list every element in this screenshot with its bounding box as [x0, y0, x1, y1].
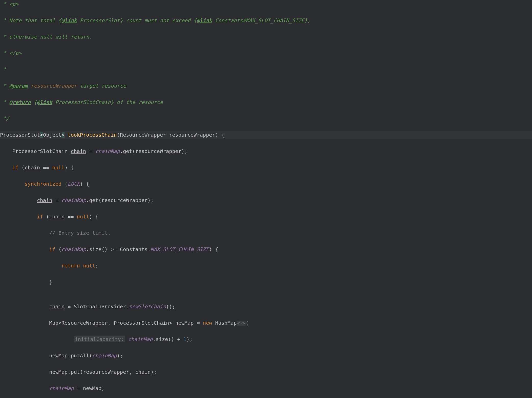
code-text: .size() >= Constants.: [86, 246, 151, 252]
local-var[interactable]: chain: [37, 197, 52, 203]
code-text: ) {: [65, 165, 74, 171]
code-text: = SlotChainProvider.: [65, 303, 129, 310]
javadoc-text: * otherwise null will return.: [0, 34, 92, 40]
indent: [0, 165, 12, 171]
field-ref[interactable]: chainMap: [92, 353, 117, 359]
code-line[interactable]: // Entry size limit.: [0, 229, 532, 237]
code-line[interactable]: newMap.putAll(chainMap);: [0, 352, 532, 360]
angle-bracket-highlight: >: [62, 132, 65, 138]
method-params: (ResourceWrapper resourceWrapper) {: [117, 132, 224, 138]
local-var[interactable]: chain: [71, 148, 86, 154]
brace: }: [0, 279, 52, 285]
return-type: ProcessorSlot: [0, 132, 40, 138]
keyword-null: null: [83, 263, 95, 269]
indent: [0, 197, 37, 203]
code-line[interactable]: if (chainMap.size() >= Constants.MAX_SLO…: [0, 245, 532, 253]
code-line[interactable]: * otherwise null will return.: [0, 33, 532, 41]
code-line[interactable]: * </p>: [0, 49, 532, 57]
constant[interactable]: LOCK: [68, 181, 80, 187]
parameter-hint: initialCapacity:: [74, 336, 125, 342]
code-text: Map<ResourceWrapper, ProcessorSlotChain>…: [0, 320, 203, 326]
code-line[interactable]: */: [0, 114, 532, 123]
code-text: ();: [166, 303, 175, 310]
javadoc-text: {: [31, 99, 37, 105]
code-line[interactable]: * @param resourceWrapper target resource: [0, 82, 532, 90]
code-line[interactable]: newMap.put(resourceWrapper, chain);: [0, 368, 532, 376]
code-line[interactable]: chain = chainMap.get(resourceWrapper);: [0, 196, 532, 204]
line-comment: // Entry size limit.: [49, 230, 111, 236]
javadoc-text: Constants#MAX_SLOT_CHAIN_SIZE},: [212, 17, 310, 24]
indent: [0, 303, 49, 310]
code-line[interactable]: synchronized (LOCK) {: [0, 180, 532, 188]
field-ref[interactable]: chainMap: [62, 197, 86, 203]
keyword-synchronized: synchronized: [25, 181, 62, 187]
javadoc-text: * Note that total {: [0, 17, 62, 24]
javadoc-text: * <p>: [0, 1, 18, 7]
static-method[interactable]: newSlotChain: [129, 303, 166, 310]
method-name[interactable]: lookProcessChain: [65, 132, 117, 138]
keyword-if: if: [12, 165, 18, 171]
code-line[interactable]: Map<ResourceWrapper, ProcessorSlotChain>…: [0, 319, 532, 327]
code-line[interactable]: chain = SlotChainProvider.newSlotChain()…: [0, 302, 532, 311]
code-text: ==: [65, 214, 77, 220]
code-text: .get(resourceWrapper);: [86, 197, 154, 203]
javadoc-tag-return[interactable]: @return: [9, 99, 31, 105]
field-ref[interactable]: chainMap: [62, 246, 86, 252]
code-editor[interactable]: * <p> * Note that total {@link Processor…: [0, 0, 532, 398]
indent: [0, 230, 49, 236]
javadoc-tag-param[interactable]: @param: [9, 83, 28, 89]
local-var[interactable]: chain: [25, 165, 40, 171]
keyword-return: return: [62, 263, 83, 269]
code-line[interactable]: *: [0, 65, 532, 74]
code-line[interactable]: if (chain == null) {: [0, 213, 532, 221]
code-text: =: [52, 197, 62, 203]
code-text: ==: [40, 165, 52, 171]
code-text: (: [246, 320, 249, 326]
indent: [0, 246, 49, 252]
javadoc-tag-link[interactable]: @link: [197, 17, 212, 24]
keyword-if: if: [49, 246, 55, 252]
code-line[interactable]: * Note that total {@link ProcessorSlot} …: [0, 16, 532, 25]
javadoc-param-name: resourceWrapper: [28, 83, 77, 89]
local-var[interactable]: chain: [135, 369, 151, 375]
code-line[interactable]: ProcessorSlotChain chain = chainMap.get(…: [0, 147, 532, 155]
local-var[interactable]: chain: [49, 214, 65, 220]
code-text: ProcessorSlotChain: [0, 148, 71, 154]
indent: [0, 181, 25, 187]
code-text: (: [62, 181, 68, 187]
code-line[interactable]: chainMap = newMap;: [0, 384, 532, 392]
code-text: (: [43, 214, 49, 220]
code-text: );: [117, 353, 123, 359]
code-line-current[interactable]: ProcessorSlot<Object> lookProcessChain(R…: [0, 131, 532, 139]
keyword-null: null: [77, 214, 89, 220]
javadoc-end: */: [0, 115, 9, 122]
indent: [0, 263, 62, 269]
code-text: );: [151, 369, 157, 375]
javadoc-tag-link[interactable]: @link: [62, 17, 77, 24]
code-line[interactable]: initialCapacity: chainMap.size() + 1);: [0, 335, 532, 343]
javadoc-text: * </p>: [0, 50, 21, 56]
code-text: newMap.put(resourceWrapper,: [0, 369, 135, 375]
javadoc-text: ProcessorSlotChain} of the resource: [52, 99, 163, 105]
code-text: ) {: [80, 181, 89, 187]
code-text: );: [186, 336, 192, 342]
keyword-if: if: [37, 214, 43, 220]
code-line[interactable]: * <p>: [0, 0, 532, 8]
constant[interactable]: MAX_SLOT_CHAIN_SIZE: [151, 246, 209, 252]
javadoc-text: target resource: [77, 83, 126, 89]
code-text: ;: [95, 263, 98, 269]
field-ref[interactable]: chainMap: [49, 385, 74, 391]
javadoc-text: ProcessorSlot} count must not exceed {: [77, 17, 197, 24]
field-ref[interactable]: chainMap: [95, 148, 120, 154]
field-ref[interactable]: chainMap: [128, 336, 153, 342]
indent: [0, 385, 49, 391]
code-line[interactable]: if (chain == null) {: [0, 163, 532, 172]
javadoc-tag-link[interactable]: @link: [37, 99, 52, 105]
code-line[interactable]: * @return {@link ProcessorSlotChain} of …: [0, 98, 532, 106]
code-text: ) {: [209, 246, 218, 252]
code-line[interactable]: }: [0, 278, 532, 286]
local-var[interactable]: chain: [49, 303, 65, 310]
javadoc-text: *: [0, 83, 9, 89]
keyword-null: null: [52, 165, 65, 171]
code-line[interactable]: return null;: [0, 262, 532, 270]
